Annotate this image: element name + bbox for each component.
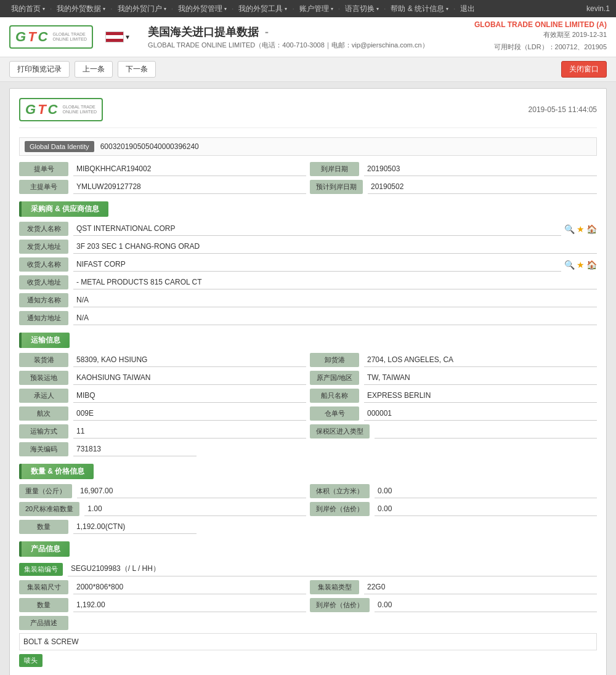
notify-address-value: N/A [73,312,597,325]
nav-tools[interactable]: 我的外贸工具▾ [233,4,292,14]
transport-section-header: 运输信息 [19,333,597,348]
consignee-address-row: 收货人地址 - METAL PRODUCTS 815 CAROL CT [19,275,597,289]
unloading-port-value: 2704, LOS ANGELES, CA [364,354,597,367]
nav-lang[interactable]: 语言切换▾ [340,4,384,14]
notify-address-label: 通知方地址 [19,311,68,325]
shipper-home-icon[interactable]: 🏠 [586,224,597,234]
shipper-name-label: 发货人名称 [19,222,68,236]
prev-button[interactable]: 上一条 [75,61,113,78]
notify-address-row: 通知方地址 N/A [19,311,597,325]
supplier-section-title: 采购商 & 供应商信息 [19,201,108,217]
landing-price-row: 到岸价（估价） 0.00 [310,502,597,516]
print-button[interactable]: 打印预览记录 [9,61,70,78]
supplier-section-header: 采购商 & 供应商信息 [19,201,597,217]
close-button[interactable]: 关闭窗口 [561,61,607,78]
shipper-address-value: 3F 203 SEC 1 CHANG-RONG ORAD [73,240,597,254]
doc-header: G T C GLOBAL TRADEONLINE LIMITED 2019-05… [19,98,597,128]
nav-help-label: 帮助 & 统计信息 [391,4,444,14]
doc-logo-text: GLOBAL TRADEONLINE LIMITED [62,105,97,115]
master-bol-label: 主提单号 [19,180,68,194]
document-card: G T C GLOBAL TRADEONLINE LIMITED 2019-05… [9,88,607,675]
consignee-address-label: 收货人地址 [19,275,68,289]
consignee-star-icon[interactable]: ★ [577,260,585,270]
carrier-value: MIBQ [73,389,306,403]
identity-row: Global Data Identity 6003201905050400003… [19,137,597,156]
container-no-label: 集装箱编号 [19,563,63,576]
nav-data-arrow: ▾ [103,6,105,12]
nav-lang-arrow: ▾ [376,6,379,12]
volume-row: 体积（立方米） 0.00 [310,484,597,498]
next-button[interactable]: 下一条 [118,61,156,78]
loading-port-value: 58309, KAO HSIUNG [73,354,306,367]
doc-logo-g: G [25,102,36,118]
logo: G T C GLOBAL TRADEONLINE LIMITED [9,25,93,49]
product-desc-value: BOLT & SCREW [19,633,597,650]
valid-until: 有效期至 2019-12-31 [474,29,607,41]
container-type-label: 集装箱类型 [310,580,359,594]
warehouse-label: 仓单号 [310,406,359,421]
mark-label: 唛头 [19,654,43,667]
top-navigation: 我的首页▾ · 我的外贸数据▾ · 我的外贸门户▾ · 我的外贸管理▾ · 我的… [0,0,616,17]
nav-home[interactable]: 我的首页▾ [6,4,50,14]
arrival-date-label: 到岸日期 [310,162,359,176]
teu-label: 20尺标准箱数量 [19,502,79,516]
container-type-row: 集装箱类型 22G0 [310,580,597,594]
nav-portal[interactable]: 我的外贸门户▾ [113,4,171,14]
nav-logout[interactable]: 退出 [455,4,480,14]
loading-port-label: 装货港 [19,353,68,367]
pre-ship-label: 预装运地 [19,371,68,385]
page-header: G T C GLOBAL TRADEONLINE LIMITED ▾ 美国海关进… [0,17,616,57]
nav-account[interactable]: 账户管理▾ [294,4,338,14]
bill-of-lading-row: 提单号 MIBQKHHCAR194002 [19,162,306,176]
notify-name-label: 通知方名称 [19,293,68,307]
origin-country-value: TW, TAIWAN [364,371,597,385]
consignee-home-icon[interactable]: 🏠 [586,260,597,270]
flag-area[interactable]: ▾ [105,31,129,42]
company-name: GLOBAL TRADE ONLINE LIMITED (A) [474,20,607,29]
product-section-header: 产品信息 [19,541,597,557]
nav-help[interactable]: 帮助 & 统计信息▾ [386,4,453,14]
voyage-row: 航次 009E [19,406,306,421]
page-title-dash: - [265,26,269,38]
logo-c: C [38,29,48,45]
quantity-section-title: 数量 & 价格信息 [19,464,94,479]
product-section-title: 产品信息 [19,541,70,557]
header-right: GLOBAL TRADE ONLINE LIMITED (A) 有效期至 201… [474,20,607,54]
quantity-row: 数量 1,192.00(CTN) [19,520,597,534]
nav-data[interactable]: 我的外贸数据▾ [52,4,110,14]
us-flag [105,31,124,42]
consignee-address-value: - METAL PRODUCTS 815 CAROL CT [73,276,597,289]
shipper-name-value: QST INTERNATIONAL CORP [73,222,561,236]
product-qty-label: 数量 [19,598,68,612]
nav-manage[interactable]: 我的外贸管理▾ [173,4,232,14]
transport-mode-label: 运输方式 [19,424,68,439]
weight-row: 重量（公斤） 16,907.00 [19,484,306,498]
header-subtitle: GLOBAL TRADE ONLINE LIMITED（电话：400-710-3… [148,41,429,50]
ldr-info: 可用时段（LDR）：200712、201905 [474,41,607,54]
notify-name-value: N/A [73,294,597,307]
nav-portal-label: 我的外贸门户 [118,4,162,14]
page-title-text: 美国海关进口提单数据 [148,26,259,38]
shipper-search-icon[interactable]: 🔍 [564,224,575,234]
flag-arrow[interactable]: ▾ [126,33,129,41]
doc-timestamp: 2019-05-15 11:44:05 [529,105,597,114]
teu-row: 20尺标准箱数量 1.00 [19,502,306,516]
bonded-zone-label: 保税区进入类型 [310,424,370,439]
master-bol-row: 主提单号 YMLUW209127728 [19,180,306,194]
page-title: 美国海关进口提单数据 - [148,25,429,39]
product-price-value: 0.00 [375,599,597,612]
transport-mode-row: 运输方式 11 [19,424,306,439]
consignee-name-label: 收货人名称 [19,257,68,272]
vessel-name-value: EXPRESS BERLIN [364,389,597,403]
nav-account-label: 账户管理 [299,4,329,14]
toolbar-top: 打印预览记录 上一条 下一条 关闭窗口 [0,57,616,82]
nav-data-label: 我的外贸数据 [57,4,101,14]
user-display: kevin.1 [586,4,610,13]
bill-of-lading-label: 提单号 [19,162,68,176]
nav-account-arrow: ▾ [331,6,333,12]
consignee-search-icon[interactable]: 🔍 [564,260,575,270]
notify-name-row: 通知方名称 N/A [19,293,597,307]
origin-country-label: 原产国/地区 [310,371,359,385]
shipper-star-icon[interactable]: ★ [577,224,585,234]
nav-tools-arrow: ▾ [285,6,287,12]
